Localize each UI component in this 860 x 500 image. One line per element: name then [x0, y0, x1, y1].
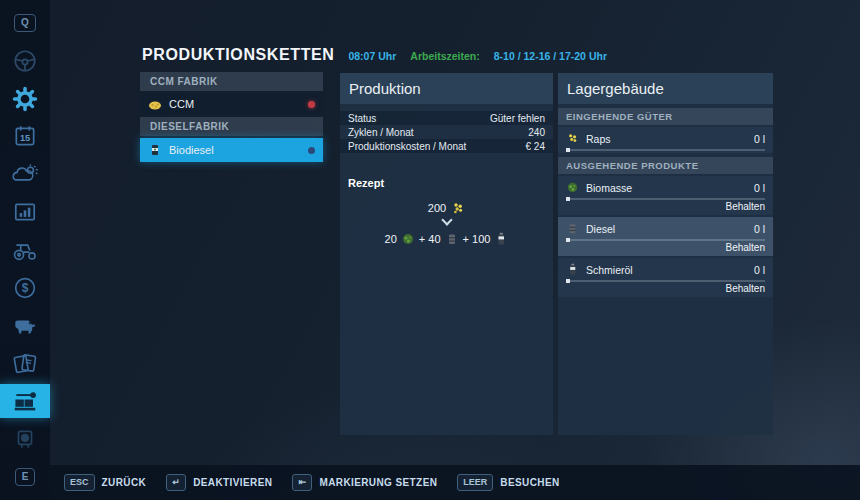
- visit-button[interactable]: LEER BESUCHEN: [457, 474, 559, 491]
- tab-key-icon: ⇤: [292, 474, 312, 491]
- distribution-slider-handle[interactable]: [566, 197, 570, 201]
- production-panel-title: Produktion: [340, 73, 553, 104]
- recipe-input-amount: 200: [428, 202, 446, 214]
- factory-label: Biodiesel: [169, 144, 301, 156]
- biodiesel-icon: [148, 143, 162, 157]
- enter-key-icon: ↵: [166, 474, 186, 491]
- recipe-arrow: [340, 220, 553, 224]
- status-dot-idle: [308, 147, 315, 154]
- product-label: Biomasse: [586, 182, 748, 194]
- sidebar-item-page-next[interactable]: E: [6, 460, 44, 494]
- sidebar-item-statistics[interactable]: [6, 195, 44, 229]
- recipe-output-amount: 20: [385, 233, 397, 245]
- calendar-icon: 15: [12, 123, 38, 149]
- factory-group-header: CCM FABRIK: [140, 72, 323, 91]
- dollar-icon: $: [12, 275, 38, 301]
- status-dot-red: [308, 101, 315, 108]
- product-amount: 0 l: [754, 223, 765, 235]
- cards-icon: [11, 350, 39, 376]
- page-header: PRODUKTIONSKETTEN 08:07 Uhr Arbeitszeite…: [142, 46, 607, 64]
- sidebar-item-placeables[interactable]: [6, 422, 44, 456]
- stat-label: Produktionskosten / Monat: [348, 141, 526, 152]
- product-label: Schmieröl: [586, 264, 748, 276]
- fill-bar-handle[interactable]: [566, 148, 570, 152]
- storage-row-diesel[interactable]: Diesel 0 l Behalten: [558, 217, 773, 256]
- set-marker-label: MARKIERUNG SETZEN: [319, 477, 437, 488]
- key-e-icon: E: [15, 468, 36, 486]
- sidebar-item-settings[interactable]: [6, 82, 44, 116]
- fill-bar: [566, 149, 765, 151]
- distribution-slider: [566, 239, 765, 241]
- stat-value: 240: [528, 127, 545, 138]
- worktimes-value: 8-10 / 12-16 / 17-20 Uhr: [494, 50, 607, 64]
- sidebar-item-garage[interactable]: [6, 233, 44, 267]
- stat-row-cycles: Zyklen / Monat 240: [340, 125, 553, 139]
- deactivate-button[interactable]: ↵ DEAKTIVIEREN: [166, 474, 272, 491]
- back-button[interactable]: ESC ZURÜCK: [64, 474, 146, 491]
- esc-key-icon: ESC: [64, 474, 95, 491]
- biomasse-icon: [401, 232, 415, 246]
- output-mode-toggle[interactable]: Behalten: [726, 242, 765, 254]
- svg-text:15: 15: [20, 134, 30, 144]
- factory-row-ccm[interactable]: CCM: [140, 93, 323, 115]
- chart-icon: [12, 199, 38, 225]
- storage-row-schmieroel[interactable]: Schmieröl 0 l Behalten: [558, 258, 773, 297]
- diesel-icon: [566, 222, 580, 236]
- chevron-down-icon: [441, 214, 452, 225]
- storage-panel-title: Lagergebäude: [558, 73, 773, 104]
- production-panel: Produktion Status Güter fehlen Zyklen / …: [340, 73, 553, 435]
- sidebar-item-vehicles[interactable]: [6, 44, 44, 78]
- sidebar-item-production-chains[interactable]: [0, 384, 50, 418]
- placeable-icon: [12, 426, 38, 452]
- recipe-label: Rezept: [348, 177, 553, 189]
- sidebar-item-help[interactable]: Q: [6, 6, 44, 40]
- distribution-slider: [566, 198, 765, 200]
- sidebar-item-finances[interactable]: $: [6, 271, 44, 305]
- ccm-icon: [148, 97, 162, 111]
- production-chains-screen: Q 15: [0, 0, 860, 500]
- recipe-output-amount: + 40: [419, 233, 441, 245]
- distribution-slider: [566, 280, 765, 282]
- sidebar-item-contracts[interactable]: [6, 346, 44, 380]
- svg-text:$: $: [22, 281, 29, 295]
- output-mode-toggle[interactable]: Behalten: [726, 283, 765, 295]
- outgoing-products-header: AUSGEHENDE PRODUKTE: [558, 157, 773, 174]
- factory-group-header: DIESELFABRIK: [140, 117, 323, 136]
- output-mode-toggle[interactable]: Behalten: [726, 201, 765, 213]
- space-key-icon: LEER: [457, 474, 493, 491]
- raps-icon: [451, 201, 465, 215]
- recipe-output-amount: + 100: [463, 233, 491, 245]
- stat-value: Güter fehlen: [490, 113, 545, 124]
- menu-sidebar: Q 15: [0, 0, 50, 500]
- stat-value: € 24: [526, 141, 545, 152]
- deactivate-label: DEAKTIVIEREN: [193, 477, 272, 488]
- stat-label: Status: [348, 113, 490, 124]
- good-amount: 0 l: [754, 133, 765, 145]
- back-label: ZURÜCK: [102, 477, 147, 488]
- factory-list: CCM FABRIK CCM DIESELFABRIK Biodiesel: [140, 72, 323, 164]
- storage-row-raps[interactable]: Raps 0 l: [558, 127, 773, 153]
- good-label: Raps: [586, 133, 748, 145]
- cow-icon: [11, 313, 39, 339]
- gear-icon: [11, 85, 39, 113]
- sidebar-item-calendar[interactable]: 15: [6, 119, 44, 153]
- clock-time: 08:07 Uhr: [348, 50, 396, 64]
- visit-label: BESUCHEN: [500, 477, 559, 488]
- key-q-icon: Q: [14, 14, 36, 32]
- tractor-icon: [11, 237, 39, 263]
- storage-panel: Lagergebäude EINGEHENDE GÜTER Raps 0 l A…: [558, 73, 773, 435]
- distribution-slider-handle[interactable]: [566, 238, 570, 242]
- schmieroel-icon: [566, 263, 580, 277]
- action-toolbar: ESC ZURÜCK ↵ DEAKTIVIEREN ⇤ MARKIERUNG S…: [50, 465, 860, 500]
- factory-row-biodiesel[interactable]: Biodiesel: [140, 138, 323, 162]
- stat-label: Zyklen / Monat: [348, 127, 528, 138]
- weather-icon: [11, 161, 39, 187]
- storage-row-biomasse[interactable]: Biomasse 0 l Behalten: [558, 176, 773, 215]
- set-marker-button[interactable]: ⇤ MARKIERUNG SETZEN: [292, 474, 437, 491]
- incoming-goods-header: EINGEHENDE GÜTER: [558, 108, 773, 125]
- sidebar-item-animals[interactable]: [6, 309, 44, 343]
- sidebar-item-weather[interactable]: [6, 157, 44, 191]
- distribution-slider-handle[interactable]: [566, 279, 570, 283]
- product-label: Diesel: [586, 223, 748, 235]
- schmieroel-icon: [494, 232, 508, 246]
